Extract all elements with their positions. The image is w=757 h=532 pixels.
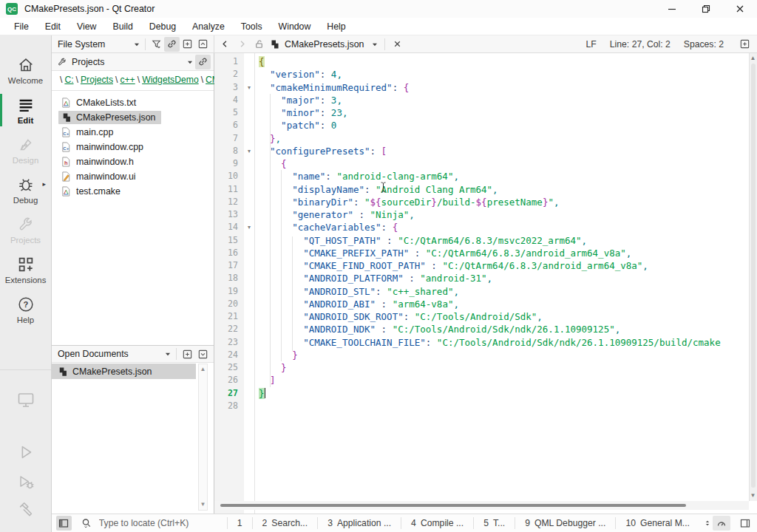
code-line: 9 { [214,157,748,170]
file-item-cmakelists.txt[interactable]: CMakeLists.txt [52,95,214,110]
fold-marker-icon[interactable]: ▾ [244,221,254,233]
output-pane-3[interactable]: 3Application ... [322,518,396,528]
file-item-mainwindow.ui[interactable]: mainwindow.ui [52,169,214,184]
menu-file[interactable]: File [6,19,37,34]
toggle-left-sidebar-button[interactable] [56,516,72,531]
open-documents-list: CMakePresets.json ▲ ▼ [52,364,214,514]
sync-root-button[interactable] [195,55,211,69]
code-editor[interactable]: 1{2 "version": 4,3▾ "cmakeMinimumRequire… [214,53,757,514]
output-pane-1[interactable]: 1 [232,518,248,528]
scrollbar-thumb[interactable] [751,64,756,488]
minimize-button[interactable] [655,0,689,18]
file-name: CMakePresets.json [76,112,155,123]
flyout-arrow-icon[interactable]: ▸ [42,180,46,188]
statusbar-right [713,516,754,531]
scroll-up-icon[interactable]: ▲ [199,366,207,373]
lock-toggle-button[interactable] [251,37,267,52]
menu-build[interactable]: Build [104,19,140,34]
file-item-mainwindow.cpp[interactable]: C+mainwindow.cpp [52,140,214,154]
breadcrumb-link[interactable]: WidgetsDemo [142,75,199,85]
back-button[interactable] [217,37,233,52]
code-text: "name": "android-clang-arm64", [254,170,459,183]
line-number: 3 [214,81,244,94]
open-documents-combo[interactable]: Open Documents [58,349,129,359]
scroll-down-icon[interactable]: ▼ [750,492,756,499]
json-document-icon [268,38,280,50]
output-pane-9[interactable]: 9QML Debugger ... [520,518,611,528]
open-documents-scrollbar[interactable]: ▲ ▼ [198,364,208,511]
editor-horizontal-scrollbar[interactable] [214,501,749,510]
status-bar: 12Search...3Application ...4Compile ...5… [52,514,757,532]
menu-view[interactable]: View [69,19,104,34]
scrollbar-thumb[interactable] [220,504,686,507]
debug-run-icon [16,472,35,491]
open-document-item[interactable]: CMakePresets.json [52,364,196,379]
close-panel-button[interactable] [195,347,211,361]
close-button[interactable] [723,0,757,18]
output-pane-2[interactable]: 2Search... [257,518,313,528]
breadcrumb-link[interactable]: c++ [120,75,135,85]
pane-label: Application ... [337,518,391,528]
menu-analyze[interactable]: Analyze [184,19,233,34]
breadcrumb-link[interactable]: Projects [81,75,113,85]
document-tab[interactable]: CMakePresets.json [285,39,364,50]
fold-column [244,208,254,221]
file-item-cmakepresets.json[interactable]: CMakePresets.json [52,110,214,125]
output-pane-4[interactable]: 4Compile ... [406,518,469,528]
menu-tools[interactable]: Tools [233,19,271,34]
chevron-down-icon[interactable] [132,39,142,50]
menu-window[interactable]: Window [271,19,319,34]
chevron-down-icon[interactable] [163,349,173,359]
file-item-test.cmake[interactable]: test.cmake [52,184,214,199]
cursor-position-indicator[interactable]: Line: 27, Col: 2 [610,39,671,50]
fold-marker-icon[interactable]: ▾ [244,145,254,157]
file-name: main.cpp [76,127,113,137]
menu-debug[interactable]: Debug [141,19,184,34]
output-pane-10[interactable]: 10General M... [620,518,695,528]
projects-combo[interactable]: Projects [72,57,104,67]
split-panel-button[interactable] [180,347,195,361]
toggle-right-sidebar-button[interactable] [736,516,754,531]
sidebar-item-debug[interactable]: Debug▸ [0,170,51,210]
minimize-icon [666,3,678,15]
sync-with-editor-button[interactable] [164,37,180,52]
split-editor-button[interactable] [737,37,753,52]
sidebar-item-welcome[interactable]: Welcome [0,50,51,90]
chevron-down-icon[interactable] [370,39,380,50]
line-number: 13 [214,208,244,221]
filter-button[interactable] [149,37,164,52]
code-line: 21 "ANDROID_SDK_ROOT": "C:/Tools/Android… [214,310,748,323]
forward-button[interactable] [234,37,250,52]
code-text: "cmakeMinimumRequired": { [254,81,409,94]
code-line: 22 "ANDROID_NDK" : "C:/Tools/Android/Sdk… [214,323,748,335]
build-progress-button[interactable] [713,516,730,531]
file-tree: CMakeLists.txtCMakePresets.jsonC+main.cp… [52,91,214,199]
locator[interactable] [81,517,223,529]
locator-input[interactable] [98,517,223,529]
file-item-mainwindow.h[interactable]: hmainwindow.h [52,154,214,169]
file-item-main.cpp[interactable]: C+main.cpp [52,125,214,140]
chevron-down-icon[interactable] [185,57,195,67]
indentation-indicator[interactable]: Spaces: 2 [684,39,724,50]
close-panel-button[interactable] [195,37,211,52]
scroll-up-icon[interactable]: ▲ [750,55,756,62]
close-document-button[interactable] [390,37,405,52]
menu-edit[interactable]: Edit [37,19,69,34]
navigator-panel: Projects \C:\Projects\c++\WidgetsDemo\CM… [52,53,214,514]
scroll-down-icon[interactable]: ▼ [199,501,207,508]
output-pane-5[interactable]: 5T... [478,518,510,528]
navigator-view-combo[interactable]: File System [58,39,105,50]
breadcrumb-link[interactable]: C: [64,75,73,85]
output-pane-arrows-icon[interactable] [702,517,713,529]
editor-vertical-scrollbar[interactable]: ▲ ▼ [749,53,757,501]
fold-marker-icon[interactable]: ▾ [244,81,254,94]
code-text: "QT_HOST_PATH" : "C:/QtArm64/6.8.3/msvc2… [254,234,587,247]
split-panel-button[interactable] [180,37,195,52]
sidebar-item-extensions[interactable]: Extensions [0,250,51,290]
restore-button[interactable] [689,0,723,18]
sidebar-item-edit[interactable]: Edit [0,90,51,130]
menu-help[interactable]: Help [319,19,353,34]
line-number: 21 [214,310,244,323]
sidebar-item-help[interactable]: ?Help [0,290,51,330]
line-ending-indicator[interactable]: LF [586,39,597,50]
